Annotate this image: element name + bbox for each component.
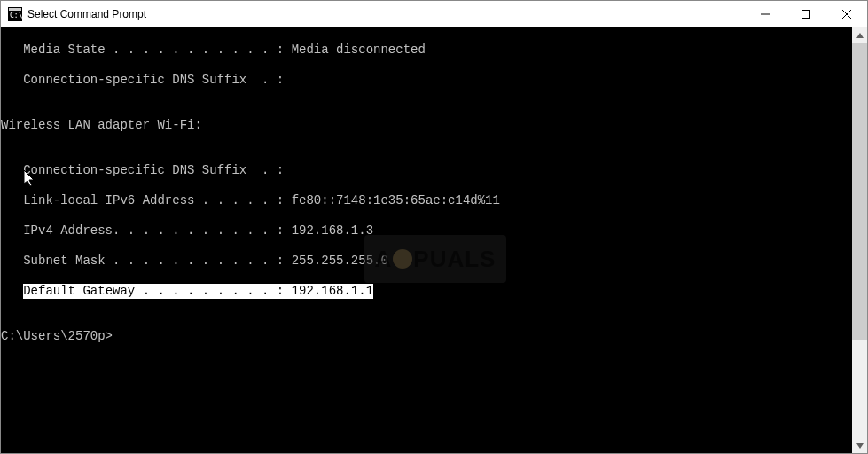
default-gateway-selection[interactable]: Default Gateway . . . . . . . . . : 192.… [23,284,373,299]
window-title: Select Command Prompt [27,8,745,20]
gateway-indent [1,284,23,298]
output-line: Wireless LAN adapter Wi-Fi: [1,118,852,133]
scroll-thumb[interactable] [852,43,867,340]
svg-rect-1 [9,8,21,11]
output-line: Link-local IPv6 Address . . . . . : fe80… [1,193,852,208]
prompt-line[interactable]: C:\Users\2570p> [1,329,852,344]
titlebar[interactable]: C:\ Select Command Prompt [1,1,867,27]
svg-marker-7 [856,33,864,38]
console-area: Media State . . . . . . . . . . . : Medi… [1,27,867,453]
close-button[interactable] [826,1,867,27]
command-prompt-window: C:\ Select Command Prompt Media State . … [0,0,868,454]
cmd-icon: C:\ [8,7,22,21]
scroll-track[interactable] [852,43,867,438]
minimize-button[interactable] [745,1,786,27]
output-line: Default Gateway . . . . . . . . . : 192.… [1,284,852,299]
scroll-down-arrow[interactable] [852,438,867,453]
window-controls [745,1,867,27]
maximize-button[interactable] [786,1,826,27]
output-line: IPv4 Address. . . . . . . . . . . : 192.… [1,223,852,239]
svg-marker-8 [856,443,864,449]
vertical-scrollbar[interactable] [852,27,867,453]
output-line: Media State . . . . . . . . . . . : Medi… [1,43,852,58]
output-line: Connection-specific DNS Suffix . : [1,73,852,88]
svg-rect-4 [802,10,810,18]
output-line: Connection-specific DNS Suffix . : [1,163,852,178]
output-line: Subnet Mask . . . . . . . . . . . : 255.… [1,254,852,269]
scroll-up-arrow[interactable] [852,27,867,43]
console-output[interactable]: Media State . . . . . . . . . . . : Medi… [1,27,852,453]
svg-text:C:\: C:\ [10,12,22,20]
